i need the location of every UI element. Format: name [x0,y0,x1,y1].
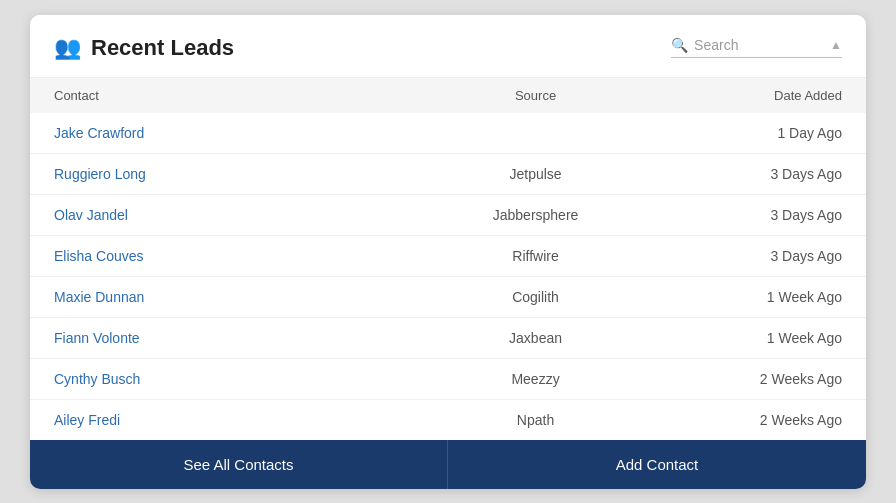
table-row: Ruggiero LongJetpulse3 Days Ago [30,154,866,195]
table-row: Ailey FrediNpath2 Weeks Ago [30,400,866,440]
contact-link[interactable]: Ruggiero Long [54,166,404,182]
table-row: Maxie DunnanCogilith1 Week Ago [30,277,866,318]
column-source: Source [404,88,667,103]
column-date: Date Added [667,88,842,103]
search-icon: 🔍 [671,37,688,53]
contact-link[interactable]: Fiann Volonte [54,330,404,346]
card-header: 👥 Recent Leads 🔍 ▲ [30,15,866,77]
contact-link[interactable]: Jake Crawford [54,125,404,141]
source-cell: Meezzy [404,371,667,387]
date-cell: 3 Days Ago [667,166,842,182]
date-cell: 3 Days Ago [667,207,842,223]
recent-leads-card: 👥 Recent Leads 🔍 ▲ Contact Source Date A… [30,15,866,489]
contact-link[interactable]: Elisha Couves [54,248,404,264]
contact-link[interactable]: Ailey Fredi [54,412,404,428]
source-cell: Jaxbean [404,330,667,346]
source-cell: Jetpulse [404,166,667,182]
source-cell: Cogilith [404,289,667,305]
search-input[interactable] [694,37,824,53]
see-all-contacts-button[interactable]: See All Contacts [30,440,448,489]
date-cell: 1 Week Ago [667,330,842,346]
table-row: Elisha CouvesRiffwire3 Days Ago [30,236,866,277]
card-title: Recent Leads [91,35,234,61]
table-row: Olav JandelJabbersphere3 Days Ago [30,195,866,236]
source-cell: Riffwire [404,248,667,264]
table-row: Jake Crawford1 Day Ago [30,113,866,154]
table-body: Jake Crawford1 Day AgoRuggiero LongJetpu… [30,113,866,440]
contact-link[interactable]: Cynthy Busch [54,371,404,387]
date-cell: 1 Day Ago [667,125,842,141]
sort-icon[interactable]: ▲ [830,38,842,52]
add-contact-button[interactable]: Add Contact [448,440,866,489]
table-row: Cynthy BuschMeezzy2 Weeks Ago [30,359,866,400]
card-footer: See All Contacts Add Contact [30,440,866,489]
date-cell: 2 Weeks Ago [667,371,842,387]
table-header: Contact Source Date Added [30,77,866,113]
source-cell: Jabbersphere [404,207,667,223]
column-contact: Contact [54,88,404,103]
contact-link[interactable]: Maxie Dunnan [54,289,404,305]
date-cell: 1 Week Ago [667,289,842,305]
contact-link[interactable]: Olav Jandel [54,207,404,223]
header-title: 👥 Recent Leads [54,35,234,61]
date-cell: 2 Weeks Ago [667,412,842,428]
source-cell: Npath [404,412,667,428]
date-cell: 3 Days Ago [667,248,842,264]
table-row: Fiann VolonteJaxbean1 Week Ago [30,318,866,359]
search-wrapper[interactable]: 🔍 ▲ [671,37,842,58]
users-icon: 👥 [54,35,81,61]
